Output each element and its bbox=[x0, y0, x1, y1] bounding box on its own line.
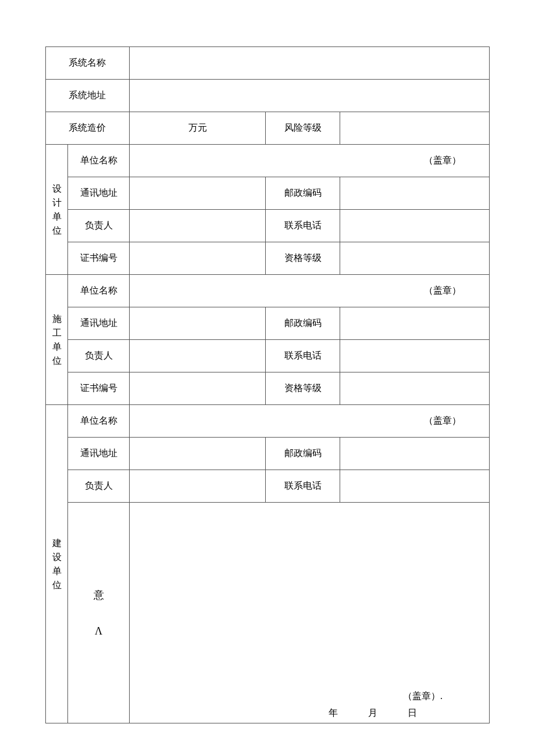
date-year-label: 年 bbox=[329, 708, 339, 718]
build-leader-label: 负责人 bbox=[68, 470, 129, 503]
design-name-seal: （盖章） bbox=[129, 145, 489, 177]
design-name-label: 单位名称 bbox=[68, 145, 129, 177]
system-cost-unit: 万元 bbox=[129, 112, 266, 145]
construction-group-label: 施工单位 bbox=[46, 275, 68, 405]
risk-level-value bbox=[340, 112, 489, 145]
design-phone-value bbox=[340, 210, 489, 242]
build-post-label: 邮政编码 bbox=[266, 438, 340, 470]
design-grade-value bbox=[340, 242, 489, 275]
date-day-label: 日 bbox=[408, 708, 418, 718]
design-cert-label: 证书编号 bbox=[68, 242, 129, 275]
form-table: 系统名称 系统地址 系统造价 万元 风险等级 设计单位 单位名称 （盖章） 通 bbox=[45, 46, 490, 723]
system-name-label: 系统名称 bbox=[46, 47, 130, 80]
build-bottom-seal: （盖章）. bbox=[130, 690, 489, 707]
construction-post-label: 邮政编码 bbox=[266, 307, 340, 340]
design-leader-label: 负责人 bbox=[68, 210, 129, 242]
opinion-char1: 意 bbox=[94, 588, 104, 602]
build-phone-label: 联系电话 bbox=[266, 470, 340, 503]
design-cert-value bbox=[129, 242, 266, 275]
design-phone-label: 联系电话 bbox=[266, 210, 340, 242]
design-addr-label: 通讯地址 bbox=[68, 177, 129, 210]
construction-phone-label: 联系电话 bbox=[266, 340, 340, 372]
design-addr-value bbox=[129, 177, 266, 210]
construction-grade-value bbox=[340, 372, 489, 405]
construction-phone-value bbox=[340, 340, 489, 372]
system-name-value bbox=[129, 47, 489, 80]
design-group-label: 设计单位 bbox=[46, 145, 68, 275]
date-month-label: 月 bbox=[368, 708, 379, 718]
construction-addr-label: 通讯地址 bbox=[68, 307, 129, 340]
build-name-label: 单位名称 bbox=[68, 405, 129, 438]
build-addr-value bbox=[129, 438, 266, 470]
system-cost-label: 系统造价 bbox=[46, 112, 130, 145]
design-post-value bbox=[340, 177, 489, 210]
build-opinion-area: （盖章）. 年 月 日 bbox=[129, 503, 489, 723]
design-post-label: 邮政编码 bbox=[266, 177, 340, 210]
construction-name-seal: （盖章） bbox=[129, 275, 489, 307]
construction-leader-label: 负责人 bbox=[68, 340, 129, 372]
system-addr-label: 系统地址 bbox=[46, 80, 130, 112]
construction-leader-value bbox=[129, 340, 266, 372]
construction-name-label: 单位名称 bbox=[68, 275, 129, 307]
construction-cert-value bbox=[129, 372, 266, 405]
build-post-value bbox=[340, 438, 489, 470]
build-name-seal: （盖章） bbox=[129, 405, 489, 438]
opinion-char2: Λ bbox=[95, 625, 102, 637]
build-phone-value bbox=[340, 470, 489, 503]
design-leader-value bbox=[129, 210, 266, 242]
construction-addr-value bbox=[129, 307, 266, 340]
build-leader-value bbox=[129, 470, 266, 503]
construction-post-value bbox=[340, 307, 489, 340]
build-opinion-label: 意 Λ bbox=[68, 503, 129, 723]
build-date-line: 年 月 日 bbox=[130, 707, 489, 719]
system-addr-value bbox=[129, 80, 489, 112]
build-addr-label: 通讯地址 bbox=[68, 438, 129, 470]
build-group-label: 建设单位 bbox=[46, 405, 68, 723]
construction-cert-label: 证书编号 bbox=[68, 372, 129, 405]
construction-grade-label: 资格等级 bbox=[266, 372, 340, 405]
risk-level-label: 风险等级 bbox=[266, 112, 340, 145]
design-grade-label: 资格等级 bbox=[266, 242, 340, 275]
